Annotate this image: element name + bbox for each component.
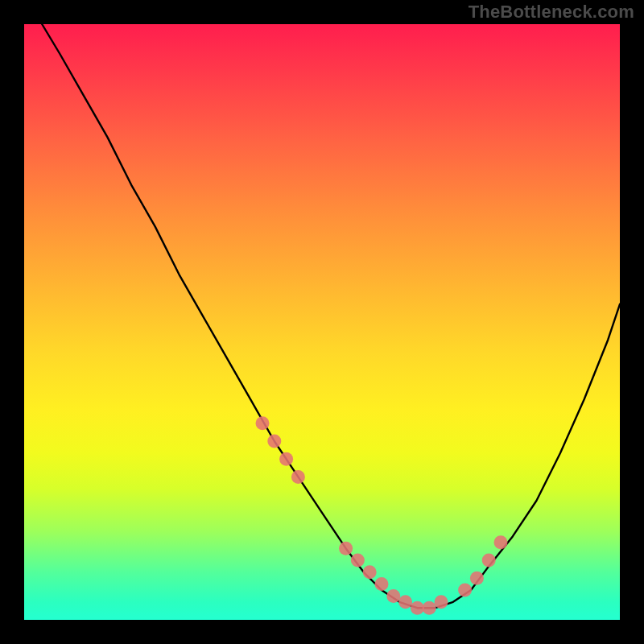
marker-dot xyxy=(482,554,496,568)
plot-area xyxy=(24,24,620,620)
marker-dot xyxy=(267,435,281,448)
marker-dot xyxy=(375,577,389,591)
marker-dot xyxy=(351,554,365,568)
marker-dot xyxy=(411,601,424,615)
marker-dot xyxy=(470,572,484,585)
marker-dot xyxy=(423,601,436,615)
marker-dot xyxy=(256,416,270,430)
marker-dots xyxy=(256,416,508,614)
marker-dot xyxy=(363,565,377,579)
marker-dot xyxy=(339,542,353,555)
chart-frame: TheBottleneck.com xyxy=(0,0,644,644)
curve-svg xyxy=(24,24,620,620)
marker-dot xyxy=(291,470,305,484)
marker-dot xyxy=(458,584,472,597)
watermark-text: TheBottleneck.com xyxy=(469,2,634,23)
marker-dot xyxy=(279,452,293,466)
marker-dot xyxy=(386,589,400,603)
marker-dot xyxy=(398,595,412,609)
bottleneck-curve-path xyxy=(42,24,620,608)
marker-dot xyxy=(494,535,508,549)
marker-dot xyxy=(435,595,448,609)
